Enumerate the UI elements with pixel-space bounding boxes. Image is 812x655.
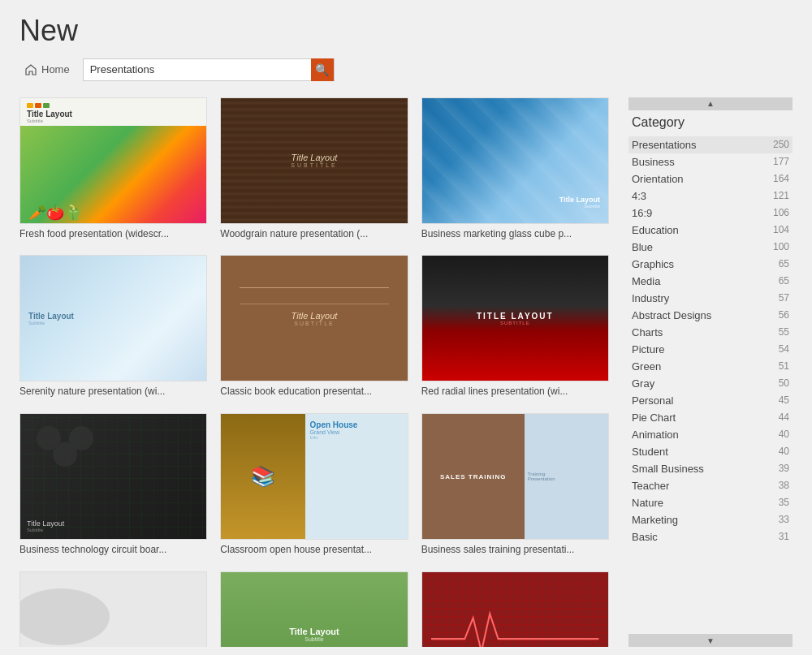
category-name: Student [632,446,668,458]
category-item-orientation[interactable]: Orientation164 [628,170,793,187]
serenity-title: Title Layout [28,312,74,321]
green-center: Title Layout Subtitle [289,627,339,642]
red-label: Red radial lines presentation (wi... [421,386,609,399]
circuit-label: Business technology circuit boar... [19,544,207,557]
category-item-student[interactable]: Student40 [628,443,793,460]
woodgrain-sub: SUBTITLE [291,162,337,168]
category-count: 104 [773,224,789,235]
home-label: Home [41,63,70,75]
fresh-food-image [20,126,206,223]
scroll-up-button[interactable]: ▲ [628,97,793,110]
category-item-green[interactable]: Green51 [628,358,793,375]
category-count: 65 [779,258,789,269]
classroom-sub2: Info [310,435,403,440]
template-thumb-circuit: Title Layout Subtitle [19,413,207,540]
category-name: Pie Chart [632,412,676,424]
category-count: 44 [779,412,789,423]
template-thumb-heartbeat: Title Layout Subtitle [421,571,609,647]
category-count: 50 [779,377,789,389]
search-button[interactable]: 🔍 [311,58,334,81]
category-count: 55 [779,326,789,338]
category-name: Education [632,224,679,236]
dot3 [43,103,50,108]
serenity-text: Title Layout Subtitle [28,312,74,325]
glass-title: Title Layout [559,196,600,204]
category-item-graphics[interactable]: Graphics65 [628,256,793,273]
category-item-16:9[interactable]: 16:9106 [628,205,793,222]
fresh-food-title: Title Layout [27,110,200,119]
category-item-picture[interactable]: Picture54 [628,341,793,358]
category-name: Abstract Designs [632,309,711,321]
category-name: Picture [632,343,664,356]
template-heartbeat[interactable]: Title Layout Subtitle Heartbeat [421,571,609,647]
category-item-marketing[interactable]: Marketing33 [628,511,793,528]
template-thumb-classroom: 📚 Open House Grand View Info [220,413,408,540]
circuit-pattern [37,426,61,450]
home-button[interactable]: Home [19,60,75,80]
category-item-gray[interactable]: Gray50 [628,375,793,392]
category-item-education[interactable]: Education104 [628,222,793,239]
template-classroom[interactable]: 📚 Open House Grand View Info Classroom o… [220,413,408,557]
category-item-presentations[interactable]: Presentations250 [628,136,793,153]
category-item-media[interactable]: Media65 [628,273,793,290]
category-item-nature[interactable]: Nature35 [628,494,793,511]
category-item-blue[interactable]: Blue100 [628,239,793,256]
template-green-layout[interactable]: Title Layout Subtitle Green layout [220,571,408,647]
category-count: 56 [779,309,789,321]
category-name: Green [632,360,661,373]
template-circuit[interactable]: Title Layout Subtitle Business technolog… [19,413,207,557]
scroll-down-button[interactable]: ▼ [628,634,793,647]
category-item-charts[interactable]: Charts55 [628,324,793,341]
classroom-right: Open House Grand View Info [305,414,408,539]
serenity-sub: Subtitle [28,321,74,325]
green-title: Title Layout [289,627,339,636]
category-name: Graphics [632,258,674,270]
category-item-basic[interactable]: Basic31 [628,528,793,545]
open-house-text: Open House [310,420,403,429]
template-classic-book[interactable]: Title Layout SUBTITLE Classic book educa… [220,255,408,399]
template-thumb-sales: SALES TRAINING Training Presentation [421,413,609,540]
category-item-teacher[interactable]: Teacher38 [628,477,793,494]
template-serenity[interactable]: Title Layout Subtitle Serenity nature pr… [19,255,207,399]
category-item-small-business[interactable]: Small Business39 [628,460,793,477]
template-thumb-glass: Title Layout Subtitle [421,97,609,224]
category-name: Media [632,275,660,287]
classic-label: Classic book education presentat... [220,386,408,399]
category-name: Presentations [632,139,697,151]
category-item-industry[interactable]: Industry57 [628,290,793,307]
category-item-4:3[interactable]: 4:3121 [628,187,793,205]
template-thumb-woodgrain: Title Layout SUBTITLE [220,97,408,224]
template-thumb-serenity: Title Layout Subtitle [19,255,207,381]
category-item-personal[interactable]: Personal45 [628,392,793,409]
category-name: Teacher [632,480,669,492]
glass-sub: Subtitle [559,204,600,209]
template-fresh-food[interactable]: Title Layout Subtitle Fresh food present… [19,97,207,241]
scroll-up-icon: ▲ [706,99,715,108]
fresh-food-dots [27,103,200,108]
category-name: Marketing [632,514,678,526]
templates-area: Title Layout Subtitle Fresh food present… [19,97,622,647]
category-item-animation[interactable]: Animation40 [628,426,793,443]
category-count: 51 [779,360,789,372]
category-item-business[interactable]: Business177 [628,153,793,170]
category-count: 65 [779,275,789,287]
template-50states[interactable]: OUR 50 STATES Our 50 States [19,571,207,647]
woodgrain-center: Title Layout SUBTITLE [291,153,337,168]
nav-bar: Home 🔍 [19,58,793,81]
main-content: Title Layout Subtitle Fresh food present… [0,97,812,655]
category-count: 39 [779,463,789,474]
search-input[interactable] [84,63,311,75]
serenity-label: Serenity nature presentation (wi... [19,386,207,399]
template-woodgrain[interactable]: Title Layout SUBTITLE Woodgrain nature p… [220,97,408,241]
category-name: 4:3 [632,190,646,202]
classroom-label: Classroom open house presentat... [220,544,408,557]
category-name: Charts [632,326,663,338]
home-icon [24,63,37,76]
template-red-radial[interactable]: TITLE LAYOUT Subtitle Red radial lines p… [421,255,609,399]
scroll-down-icon: ▼ [706,636,715,645]
template-sales[interactable]: SALES TRAINING Training Presentation Bus… [421,413,609,557]
category-count: 250 [773,139,789,150]
template-glass-cube[interactable]: Title Layout Subtitle Business marketing… [421,97,609,241]
category-item-abstract-designs[interactable]: Abstract Designs56 [628,307,793,324]
category-item-pie-chart[interactable]: Pie Chart44 [628,409,793,426]
